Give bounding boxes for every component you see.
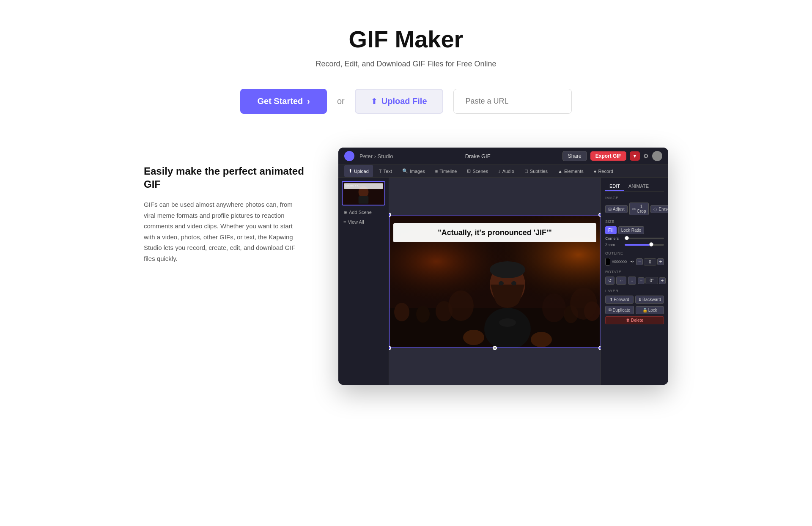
canvas-area: "Actually, it's pronounced 'JIF'" — [389, 178, 601, 385]
fill-button[interactable]: Fill — [605, 226, 617, 234]
outline-decrease-button[interactable]: − — [636, 258, 643, 265]
upload-file-button[interactable]: ⬆ Upload File — [355, 89, 443, 114]
rotate-flip-v-button[interactable]: ↕ — [628, 277, 636, 285]
eyedropper-icon[interactable]: ✒ — [630, 259, 634, 265]
zoom-slider[interactable] — [625, 244, 664, 246]
subtitles-toolbar-icon: ◻ — [524, 168, 528, 174]
get-started-label: Get Started — [257, 96, 303, 106]
plus-icon: ⊕ — [343, 210, 347, 215]
svg-point-21 — [511, 281, 516, 285]
scenes-toolbar-icon: ⊞ — [467, 168, 471, 174]
page-wrapper: GIF Maker Record, Edit, and Download GIF… — [0, 0, 812, 419]
zoom-row: Zoom — [605, 243, 664, 247]
layer-section: LAYER ⬆ Forward ⬇ Backward — [605, 289, 664, 324]
studio-breadcrumb: Peter › Studio — [359, 153, 393, 159]
delete-button[interactable]: 🗑 Delete — [605, 316, 664, 324]
zoom-label: Zoom — [605, 243, 623, 247]
outline-width-input[interactable] — [644, 258, 656, 266]
or-divider: or — [337, 96, 345, 106]
lock-ratio-button[interactable]: Lock Ratio — [618, 226, 644, 234]
corners-row: Corners — [605, 236, 664, 241]
get-started-button[interactable]: Get Started › — [240, 89, 326, 114]
outline-row: #000000 ✒ − + — [605, 258, 664, 266]
text-overlay[interactable]: "Actually, it's pronounced 'JIF'" — [393, 223, 596, 242]
tab-animate[interactable]: ANIMATE — [624, 182, 653, 191]
toolbar-scenes[interactable]: ⊞ Scenes — [463, 165, 492, 177]
svg-rect-2 — [359, 196, 369, 204]
handle-top-right[interactable] — [598, 213, 601, 217]
svg-point-25 — [542, 293, 566, 322]
forward-button[interactable]: ⬆ Forward — [605, 296, 634, 304]
scene-thumbnail[interactable]: Actually, it's... — [342, 181, 385, 205]
rotate-flip-h-button[interactable]: ↔ — [616, 277, 626, 285]
crop-icon: ✂ — [632, 207, 636, 211]
image-section: IMAGE ⊟ Adjust ✂ 1 Crop ◌ — [605, 196, 664, 215]
outline-color-swatch[interactable] — [605, 258, 610, 266]
svg-point-23 — [531, 332, 552, 347]
corners-slider[interactable] — [625, 238, 664, 239]
crop-button[interactable]: ✂ 1 Crop — [629, 203, 649, 215]
lock-icon: 🔒 — [642, 308, 647, 312]
erase-button[interactable]: ◌ Erase — [650, 205, 668, 213]
paste-url-input[interactable] — [453, 89, 572, 114]
image-section-title: IMAGE — [605, 196, 664, 200]
toolbar-elements[interactable]: ▲ Elements — [554, 165, 588, 177]
export-gif-button[interactable]: Export GIF — [590, 151, 626, 161]
right-panel: EDIT ANIMATE IMAGE ⊟ Adjust ✂ — [601, 178, 668, 385]
lock-button[interactable]: 🔒 Lock — [636, 306, 664, 314]
toolbar-subtitles[interactable]: ◻ Subtitles — [520, 165, 552, 177]
outline-section-title: OUTLINE — [605, 251, 664, 255]
tab-edit[interactable]: EDIT — [605, 182, 624, 191]
toolbar-audio[interactable]: ♪ Audio — [494, 165, 518, 177]
share-button[interactable]: Share — [562, 151, 587, 161]
size-section: SIZE Fill Lock Ratio Corners — [605, 219, 664, 247]
handle-bottom-middle[interactable] — [493, 346, 497, 350]
record-toolbar-icon: ● — [594, 169, 597, 174]
toolbar-images[interactable]: 🔍 Images — [398, 165, 429, 177]
svg-point-26 — [570, 288, 597, 320]
studio-topbar-actions: Share Export GIF ▼ ⚙ — [562, 151, 662, 161]
feature-description: GIFs can be used almost anywhere photos … — [144, 199, 304, 264]
corners-label: Corners — [605, 236, 623, 241]
duplicate-button[interactable]: ⧉ Duplicate — [605, 306, 634, 314]
rotate-decrease-button[interactable]: − — [638, 277, 645, 284]
view-all-button[interactable]: ≡ View All — [342, 219, 385, 225]
layer-section-title: LAYER — [605, 289, 664, 293]
rotate-increase-button[interactable]: + — [659, 277, 666, 284]
hero-section: GIF Maker Record, Edit, and Download GIF… — [0, 0, 812, 131]
size-section-title: SIZE — [605, 219, 664, 224]
canvas-content[interactable]: "Actually, it's pronounced 'JIF'" — [389, 215, 601, 348]
layer-forward-backward-row: ⬆ Forward ⬇ Backward — [605, 296, 664, 304]
upload-icon: ⬆ — [371, 97, 377, 106]
studio-file-name: Drake GIF — [398, 153, 557, 159]
audio-toolbar-icon: ♪ — [498, 169, 501, 174]
studio-logo — [344, 151, 354, 161]
svg-point-10 — [416, 306, 430, 323]
list-icon: ≡ — [343, 219, 346, 225]
handle-bottom-right[interactable] — [598, 346, 601, 350]
export-dropdown-button[interactable]: ▼ — [630, 151, 640, 161]
toolbar-text[interactable]: T Text — [375, 165, 396, 177]
rotate-ccw-button[interactable]: ↺ — [605, 277, 614, 285]
page-title: GIF Maker — [8, 25, 804, 53]
adjust-icon: ⊟ — [608, 207, 612, 211]
outline-increase-button[interactable]: + — [657, 258, 664, 265]
avatar — [652, 151, 662, 161]
adjust-button[interactable]: ⊟ Adjust — [605, 205, 628, 213]
rotate-row: ↺ ↔ ↕ − + — [605, 277, 664, 285]
settings-icon[interactable]: ⚙ — [643, 153, 649, 159]
feature-heading: Easily make the perfect animated GIF — [144, 164, 304, 191]
studio-topbar: Peter › Studio Drake GIF Share Export GI… — [338, 148, 668, 165]
rotate-value-input[interactable] — [645, 277, 658, 284]
svg-point-9 — [394, 303, 409, 321]
scenes-panel: Actually, it's... ⊕ Add Scene ≡ View A — [338, 178, 389, 385]
add-scene-button[interactable]: ⊕ Add Scene — [342, 209, 385, 216]
backward-button[interactable]: ⬇ Backward — [635, 296, 664, 304]
toolbar-timeline[interactable]: ≡ Timeline — [431, 165, 461, 177]
size-buttons-row: Fill Lock Ratio — [605, 226, 664, 234]
toolbar-record[interactable]: ● Record — [590, 165, 617, 177]
feature-section: Easily make the perfect animated GIF GIF… — [110, 131, 702, 419]
duplicate-icon: ⧉ — [609, 307, 612, 312]
timeline-toolbar-icon: ≡ — [435, 169, 438, 174]
toolbar-upload[interactable]: ⬆ Upload — [344, 165, 373, 177]
